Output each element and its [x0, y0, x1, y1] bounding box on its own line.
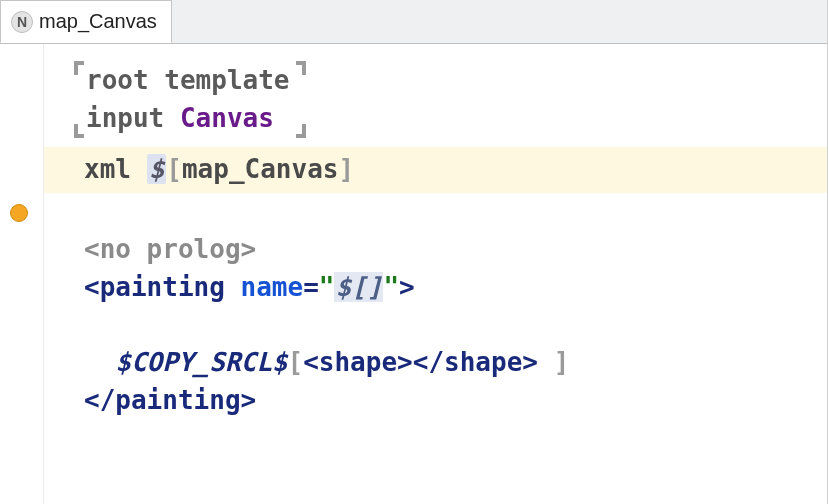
dollar-placeholder[interactable]: $ [147, 154, 167, 184]
name-placeholder[interactable]: $[] [334, 272, 383, 302]
root-keyword: root [86, 65, 149, 95]
eq: = [303, 272, 319, 302]
lt-close: </ [413, 347, 444, 377]
gt: > [241, 385, 257, 415]
gt: > [397, 347, 413, 377]
lt-close: </ [84, 385, 115, 415]
lt: < [84, 272, 100, 302]
tab-bar: N map_Canvas [0, 0, 827, 44]
template-keyword: template [164, 65, 289, 95]
close-bracket: ] [338, 154, 354, 184]
open-quote: " [319, 272, 335, 302]
no-prolog-line[interactable]: <no prolog> [44, 231, 827, 269]
name-attr: name [241, 272, 304, 302]
shape-open-tag: shape [319, 347, 397, 377]
painting-tag: painting [100, 272, 225, 302]
intention-bulb-icon[interactable] [10, 204, 28, 222]
shape-close-tag: shape [444, 347, 522, 377]
gt-close: > [522, 347, 538, 377]
xml-declaration-line[interactable]: xml $[map_Canvas] [44, 147, 827, 193]
code-area[interactable]: root template input Canvas xml $[map_Can… [44, 44, 827, 504]
blank-line [44, 306, 827, 344]
lt: < [303, 347, 319, 377]
copy-srcl-line[interactable]: $COPY_SRCL$[<shape></shape> ] [44, 344, 827, 382]
input-keyword: input [86, 103, 164, 133]
tab-title: map_Canvas [39, 10, 157, 33]
editor: root template input Canvas xml $[map_Can… [0, 44, 827, 504]
copy-srcl-var[interactable]: $COPY_SRCL$ [115, 347, 287, 377]
tab-map-canvas[interactable]: N map_Canvas [0, 0, 172, 43]
xml-keyword: xml [84, 154, 131, 184]
painting-close-tag: painting [115, 385, 240, 415]
template-header: root template input Canvas [84, 62, 296, 137]
node-icon: N [11, 11, 33, 33]
open-bracket: [ [166, 154, 182, 184]
map-name[interactable]: map_Canvas [182, 154, 339, 184]
blank-line [44, 193, 827, 231]
close-bracket: ] [554, 347, 570, 377]
input-type[interactable]: Canvas [180, 103, 274, 133]
gt: > [399, 272, 415, 302]
no-prolog-text: <no prolog> [84, 234, 256, 264]
painting-open-line[interactable]: <painting name="$[]"> [44, 269, 827, 307]
close-quote: " [383, 272, 399, 302]
painting-close-line[interactable]: </painting> [44, 382, 827, 420]
gutter [0, 44, 44, 504]
open-bracket: [ [288, 347, 304, 377]
